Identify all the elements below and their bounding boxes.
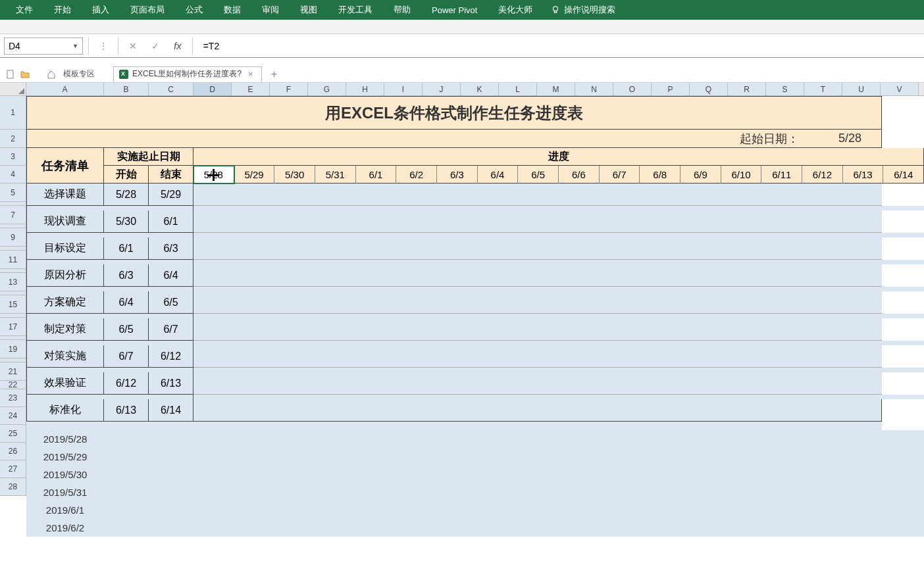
row-header[interactable]: 9 (0, 228, 26, 247)
progress-date-cell[interactable]: 5/29 (234, 166, 275, 184)
progress-header[interactable]: 进度5/285/295/305/316/16/26/36/46/56/66/76… (193, 148, 924, 184)
title-cell[interactable]: 用EXCEL条件格式制作生任务进度表 (26, 96, 882, 130)
task-progress-area[interactable] (193, 184, 882, 206)
task-progress-area[interactable] (193, 345, 882, 368)
open-folder-icon[interactable] (20, 69, 30, 80)
task-progress-area[interactable] (193, 264, 882, 287)
ribbon-tab[interactable]: 插入 (82, 0, 120, 20)
progress-date-cell[interactable]: 6/7 (600, 166, 640, 184)
new-file-icon[interactable] (5, 69, 16, 80)
progress-date-cell[interactable]: 5/28 (193, 166, 234, 184)
row-header[interactable]: 24 (0, 407, 26, 425)
date-list-cell[interactable]: 2019/6/2 (26, 519, 104, 537)
ribbon-tab[interactable]: Power Pivot (421, 0, 488, 20)
task-end-cell[interactable]: 5/29 (149, 184, 193, 206)
fx-dropdown[interactable]: ⋮ (94, 37, 113, 55)
start-header[interactable]: 开始 (104, 166, 149, 184)
row-header[interactable]: 2 (0, 130, 26, 148)
date-list-cell[interactable]: 2019/6/1 (26, 501, 104, 519)
task-end-cell[interactable]: 6/1 (149, 210, 193, 233)
document-tab[interactable]: EXCEL里如何制作任务进度表? × (113, 66, 262, 82)
task-progress-area[interactable] (193, 318, 882, 341)
progress-date-cell[interactable]: 6/1 (356, 166, 397, 184)
column-header[interactable]: J (423, 83, 461, 95)
column-header[interactable]: M (537, 83, 575, 95)
row-header[interactable]: 26 (0, 443, 26, 460)
date-range-header[interactable]: 实施起止日期开始结束 (104, 148, 193, 184)
task-progress-area[interactable] (193, 210, 882, 233)
row-header[interactable]: 4 (0, 166, 26, 184)
task-progress-area[interactable] (193, 291, 882, 314)
progress-date-cell[interactable]: 5/31 (315, 166, 356, 184)
progress-date-cell[interactable]: 6/10 (721, 166, 762, 184)
column-header[interactable]: B (104, 83, 149, 95)
row-header[interactable]: 3 (0, 148, 26, 166)
row-header[interactable]: 5 (0, 184, 26, 202)
progress-date-cell[interactable]: 6/8 (640, 166, 680, 184)
tell-me-search[interactable]: 操作说明搜索 (543, 4, 623, 16)
accept-formula-button[interactable]: ✓ (146, 37, 165, 55)
column-header[interactable]: T (804, 83, 842, 95)
formula-input[interactable] (198, 37, 924, 55)
task-end-cell[interactable]: 6/4 (149, 264, 193, 287)
date-list-cell[interactable]: 2019/5/31 (26, 483, 104, 501)
date-list-cell[interactable]: 2019/5/30 (26, 466, 104, 483)
column-header[interactable]: I (384, 83, 423, 95)
row-header[interactable]: 28 (0, 478, 26, 496)
row-header[interactable]: 27 (0, 460, 26, 478)
column-header[interactable]: Q (690, 83, 728, 95)
task-start-cell[interactable]: 5/30 (104, 210, 149, 233)
column-header[interactable]: P (652, 83, 690, 95)
ribbon-tab[interactable]: 审阅 (251, 0, 290, 20)
task-start-cell[interactable]: 5/28 (104, 184, 149, 206)
ribbon-tab[interactable]: 帮助 (383, 0, 421, 20)
row-header[interactable]: 17 (0, 318, 26, 336)
ribbon-tab[interactable]: 公式 (175, 0, 213, 20)
row-header[interactable]: 1 (0, 96, 26, 130)
row-header[interactable]: 7 (0, 206, 26, 224)
column-header[interactable]: V (881, 83, 919, 95)
task-start-cell[interactable]: 6/1 (104, 237, 149, 260)
ribbon-tab[interactable]: 视图 (290, 0, 328, 20)
column-header[interactable]: R (728, 83, 766, 95)
chevron-down-icon[interactable]: ▼ (72, 43, 78, 49)
name-box[interactable]: D4 ▼ (4, 37, 83, 55)
ribbon-tab[interactable]: 页面布局 (120, 0, 175, 20)
row-header[interactable]: 22 (0, 381, 26, 389)
column-header[interactable]: D (193, 83, 232, 95)
progress-date-cell[interactable]: 5/30 (274, 166, 315, 184)
new-tab-button[interactable]: + (266, 68, 282, 80)
start-date-row[interactable]: 起始日期：5/28 (26, 130, 882, 148)
column-header[interactable]: L (499, 83, 537, 95)
task-name-cell[interactable]: 制定对策 (26, 318, 104, 341)
task-end-cell[interactable]: 6/7 (149, 318, 193, 341)
progress-date-cell[interactable]: 6/14 (883, 166, 923, 184)
task-name-cell[interactable]: 现状调查 (26, 210, 104, 233)
column-header[interactable]: F (270, 83, 308, 95)
task-name-cell[interactable]: 目标设定 (26, 237, 104, 260)
row-header[interactable]: 19 (0, 340, 26, 358)
column-header[interactable]: S (766, 83, 804, 95)
task-name-cell[interactable]: 原因分析 (26, 264, 104, 287)
task-progress-area[interactable] (193, 399, 882, 422)
date-list-cell[interactable]: 2019/5/29 (26, 448, 104, 466)
task-name-cell[interactable]: 方案确定 (26, 291, 104, 314)
task-start-cell[interactable]: 6/12 (104, 372, 149, 395)
column-header[interactable]: O (613, 83, 652, 95)
end-header[interactable]: 结束 (149, 166, 193, 184)
row-header[interactable]: 11 (0, 251, 26, 269)
task-end-cell[interactable]: 6/12 (149, 345, 193, 368)
column-header[interactable]: U (842, 83, 881, 95)
column-header[interactable]: E (232, 83, 270, 95)
task-start-cell[interactable]: 6/4 (104, 291, 149, 314)
column-header[interactable]: G (308, 83, 346, 95)
progress-date-cell[interactable]: 6/4 (478, 166, 519, 184)
template-area-label[interactable]: 模板专区 (63, 68, 95, 80)
row-header[interactable]: 25 (0, 425, 26, 443)
column-header[interactable]: C (149, 83, 193, 95)
row-header[interactable]: 23 (0, 389, 26, 407)
task-start-cell[interactable]: 6/13 (104, 399, 149, 422)
task-end-cell[interactable]: 6/3 (149, 237, 193, 260)
progress-date-cell[interactable]: 6/9 (680, 166, 721, 184)
task-progress-area[interactable] (193, 372, 882, 395)
